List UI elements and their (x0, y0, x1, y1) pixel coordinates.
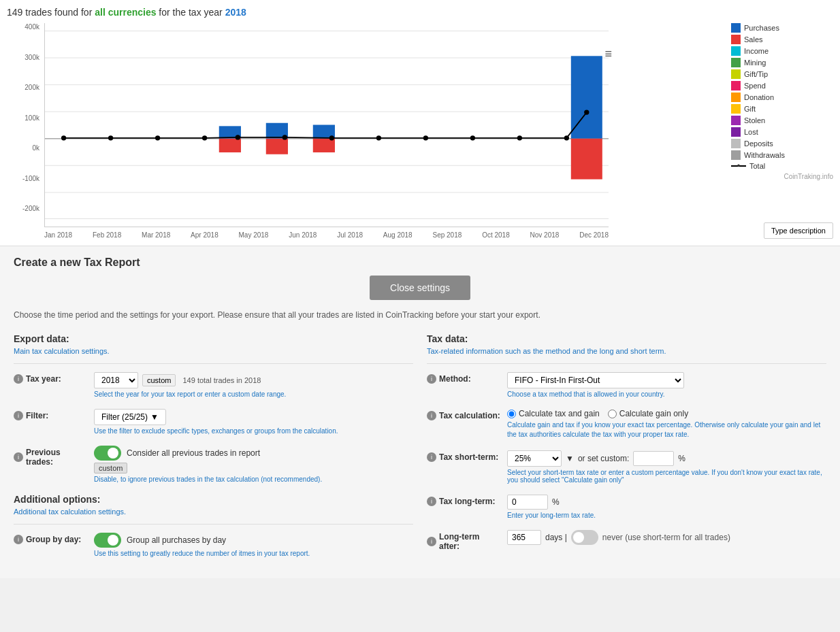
svg-point-25 (423, 135, 428, 140)
tax-short-hint: Select your short-term tax rate or enter… (507, 469, 826, 484)
prev-trades-value: Consider all previous trades in report (127, 448, 260, 458)
prev-trades-toggle[interactable] (94, 446, 121, 461)
chart-title: 149 trades found for all currencies for … (7, 7, 833, 18)
prev-trades-info-icon[interactable]: i (14, 452, 23, 462)
legend-gift-tip: Gift/Tip (731, 69, 833, 79)
prev-trades-custom-tag: custom (94, 463, 127, 473)
svg-point-17 (61, 135, 66, 140)
legend-income: Income (731, 46, 833, 56)
export-data-header: Export data: (14, 333, 413, 344)
legend-donation: Donation (731, 93, 833, 102)
trade-count: 149 total trades in 2018 (182, 376, 261, 384)
legend-stolen: Stolen (731, 116, 833, 125)
chart-svg (44, 23, 609, 227)
method-label: Method: (439, 374, 471, 384)
type-description-button[interactable]: Type description (764, 222, 833, 239)
tax-short-custom-input[interactable] (633, 451, 674, 466)
legend-gift: Gift (731, 104, 833, 114)
method-hint: Choose a tax method that is allowed in y… (507, 390, 826, 398)
tax-data-subheader: Tax-related information such as the meth… (427, 347, 826, 355)
legend-withdrawals: Withdrawals (731, 150, 833, 160)
long-term-days-input[interactable] (507, 530, 541, 545)
settings-description: Choose the time period and the settings … (14, 310, 826, 320)
group-by-day-value: Group all purchases by day (127, 535, 226, 545)
close-settings-button[interactable]: Close settings (370, 276, 470, 300)
group-by-day-info-icon[interactable]: i (14, 535, 23, 544)
tax-long-info-icon[interactable]: i (427, 497, 436, 506)
never-text: never (use short-term for all trades) (602, 533, 730, 542)
filter-label: Filter: (26, 411, 48, 420)
group-by-day-label: Group by day: (26, 535, 81, 544)
filter-hint: Use the filter to exclude specific types… (94, 427, 413, 435)
legend-lost: Lost (731, 127, 833, 137)
tax-long-label: Tax long-term: (439, 497, 495, 506)
svg-point-27 (517, 135, 522, 140)
gain-only-radio[interactable]: Calculate gain only (608, 409, 688, 418)
settings-title: Create a new Tax Report (14, 256, 826, 269)
legend-total: • Total (731, 162, 833, 170)
never-toggle[interactable] (571, 530, 598, 545)
prev-trades-label: Previous trades: (26, 448, 88, 467)
days-label: days | (545, 533, 567, 542)
export-data-subheader: Main tax calculation settings. (14, 347, 413, 355)
tax-calc-hint: Calculate gain and tax if you know your … (507, 420, 826, 439)
long-term-after-info-icon[interactable]: i (427, 537, 436, 546)
group-by-day-hint: Use this setting to greatly reduce the n… (94, 550, 413, 557)
additional-options-subheader: Additional tax calculation settings. (14, 508, 413, 516)
svg-point-19 (155, 135, 160, 140)
tax-short-select[interactable]: 25% (507, 450, 562, 467)
svg-rect-12 (266, 139, 288, 154)
method-select[interactable]: FIFO - First-In First-Out (507, 372, 684, 388)
svg-point-21 (236, 135, 240, 139)
tax-short-label: Tax short-term: (439, 452, 498, 462)
svg-rect-10 (219, 139, 241, 152)
tax-year-label: Tax year: (26, 374, 61, 384)
svg-rect-16 (571, 139, 602, 180)
tax-long-input[interactable] (507, 495, 548, 510)
filter-info-icon[interactable]: i (14, 411, 23, 420)
tax-short-info-icon[interactable]: i (427, 452, 436, 462)
tax-long-hint: Enter your long-term tax rate. (507, 512, 826, 519)
year-select[interactable]: 2018 (94, 372, 138, 388)
prev-trades-hint: Disable, to ignore previous trades in th… (94, 476, 413, 483)
tax-and-gain-radio[interactable]: Calculate tax and gain (507, 409, 600, 418)
legend-mining: Mining (731, 58, 833, 67)
legend-deposits: Deposits (731, 139, 833, 148)
svg-point-18 (108, 135, 113, 140)
group-by-day-toggle[interactable] (94, 533, 121, 548)
svg-point-26 (470, 135, 475, 140)
method-info-icon[interactable]: i (427, 374, 436, 384)
tax-calc-label: Tax calculation: (439, 411, 500, 420)
svg-rect-14 (313, 139, 335, 152)
year-hint: Select the year for your tax report or e… (94, 390, 413, 398)
svg-point-24 (376, 135, 381, 140)
svg-point-22 (282, 135, 287, 139)
legend-spend: Spend (731, 81, 833, 90)
tax-year-info-icon[interactable]: i (14, 374, 23, 384)
custom-date-button[interactable]: custom (142, 374, 176, 386)
tax-data-header: Tax data: (427, 333, 826, 344)
svg-point-20 (202, 135, 207, 140)
filter-button[interactable]: Filter (25/25) ▼ (94, 409, 166, 425)
svg-point-29 (584, 110, 589, 114)
chart-legend: Purchases Sales Income Mining Gift/Tip (724, 23, 833, 180)
svg-point-23 (329, 135, 334, 140)
legend-purchases: Purchases (731, 23, 833, 33)
additional-options-header: Additional options: (14, 494, 413, 505)
svg-point-28 (564, 135, 569, 140)
long-term-after-label: Long-term after: (439, 532, 502, 551)
legend-sales: Sales (731, 35, 833, 44)
tax-short-custom-label: or set custom: (578, 454, 629, 463)
tax-calc-info-icon[interactable]: i (427, 411, 436, 420)
